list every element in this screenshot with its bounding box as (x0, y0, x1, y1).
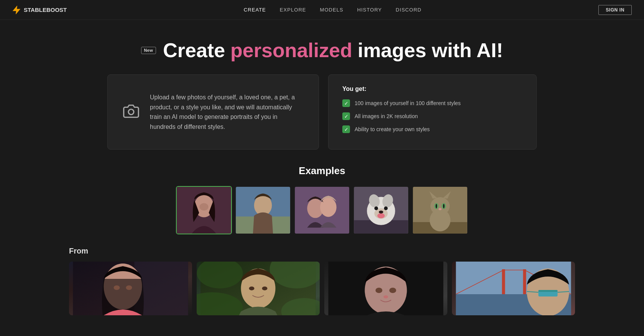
svg-point-51 (384, 295, 388, 298)
benefit-text-2: All images in 2K resolution (355, 113, 418, 119)
sign-in-button[interactable]: SIGN IN (598, 5, 632, 15)
svg-rect-55 (523, 269, 526, 294)
svg-point-23 (430, 198, 450, 215)
svg-point-18 (384, 207, 388, 211)
svg-point-19 (379, 211, 383, 214)
upload-description: Upload a few photos of yourself, a loved… (150, 92, 303, 132)
nav-history[interactable]: HISTORY (357, 7, 382, 13)
svg-point-35 (114, 285, 120, 290)
benefits-title: You get: (342, 86, 522, 92)
svg-point-16 (377, 213, 384, 219)
check-icon-3: ✓ (342, 125, 350, 133)
nav-links: CREATE EXPLORE MODELS HISTORY DISCORD (244, 7, 422, 13)
from-card-2-svg (197, 262, 320, 315)
hero-title: New Create personalized images with AI! (8, 38, 636, 62)
upload-card: Upload a few photos of yourself, a loved… (107, 74, 319, 150)
benefit-item-3: ✓ Ability to create your own styles (342, 125, 522, 133)
check-icon-1: ✓ (342, 99, 350, 107)
benefit-item-1: ✓ 100 images of yourself in 100 differen… (342, 99, 522, 107)
svg-point-45 (262, 287, 268, 290)
nav-explore[interactable]: EXPLORE (280, 7, 306, 13)
from-card-2[interactable] (197, 262, 320, 315)
examples-title: Examples (15, 165, 629, 177)
camera-icon-wrap (123, 103, 139, 121)
benefit-item-2: ✓ All images in 2K resolution (342, 112, 522, 120)
svg-rect-62 (539, 290, 558, 292)
hero-word-create: Create (163, 38, 225, 62)
from-card-4-svg (452, 262, 575, 315)
svg-point-29 (443, 204, 445, 209)
benefit-text-3: Ability to create your own styles (355, 126, 430, 132)
thumb-dog[interactable] (353, 186, 409, 234)
svg-point-36 (126, 285, 132, 290)
benefits-card: You get: ✓ 100 images of yourself in 100… (328, 74, 537, 150)
logo[interactable]: STABLEBOOST (12, 6, 67, 14)
from-grid (69, 262, 575, 315)
svg-point-17 (375, 207, 378, 211)
from-title: From (69, 247, 575, 255)
logo-text: STABLEBOOST (24, 7, 67, 13)
thumb-man[interactable] (235, 186, 291, 234)
from-section: From (54, 247, 590, 323)
svg-rect-54 (502, 269, 505, 294)
thumb-cat-svg (413, 187, 467, 234)
hero-section: New Create personalized images with AI! (0, 20, 644, 74)
hero-word-personalized: personalized (230, 38, 352, 62)
from-card-1[interactable] (69, 262, 192, 315)
thumb-couple[interactable] (294, 186, 350, 234)
svg-point-50 (389, 288, 396, 293)
thumb-dog-svg (354, 187, 408, 234)
svg-point-0 (128, 109, 134, 115)
from-card-3-svg (324, 262, 447, 315)
from-card-1-svg (69, 262, 192, 315)
from-card-4[interactable] (452, 262, 575, 315)
examples-section: Examples (0, 165, 644, 247)
nav-create[interactable]: CREATE (244, 7, 266, 13)
thumb-woman[interactable] (176, 186, 232, 234)
examples-thumbnails (15, 186, 629, 234)
info-section: Upload a few photos of yourself, a loved… (92, 74, 552, 150)
hero-word-rest: images with AI! (358, 38, 503, 62)
thumb-woman-svg (177, 187, 231, 234)
thumb-cat[interactable] (412, 186, 468, 234)
svg-point-44 (249, 287, 255, 290)
thumb-couple-svg (295, 187, 349, 234)
nav-discord[interactable]: DISCORD (396, 7, 421, 13)
svg-point-49 (376, 288, 383, 293)
svg-point-3 (199, 203, 208, 211)
benefit-text-1: 100 images of yourself in 100 different … (355, 100, 461, 106)
from-card-3[interactable] (324, 262, 447, 315)
new-badge: New (141, 47, 156, 54)
camera-icon (123, 103, 139, 119)
svg-point-9 (320, 198, 337, 217)
svg-point-30 (439, 208, 442, 211)
logo-icon (12, 6, 21, 14)
svg-point-28 (435, 204, 437, 209)
thumb-man-svg (236, 187, 290, 234)
nav-models[interactable]: MODELS (320, 7, 343, 13)
navbar: STABLEBOOST CREATE EXPLORE MODELS HISTOR… (0, 0, 644, 20)
check-icon-2: ✓ (342, 112, 350, 120)
